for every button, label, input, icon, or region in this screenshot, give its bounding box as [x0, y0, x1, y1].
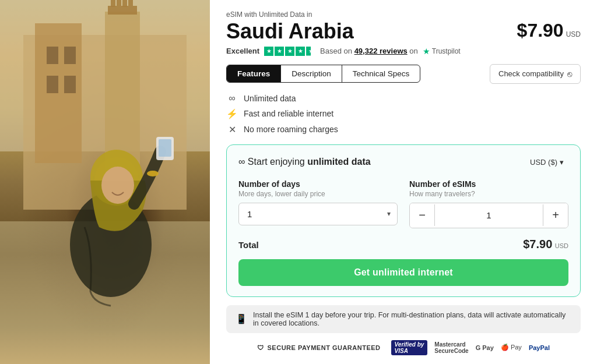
visa-logo: Verified byVISA	[391, 340, 428, 355]
increment-button[interactable]: +	[543, 203, 568, 228]
days-label: Number of days	[238, 179, 398, 189]
stars-container: ★ ★ ★ ★ ★	[264, 47, 315, 56]
total-row: Total $7.90 USD	[238, 238, 568, 251]
purchase-box: ∞ Start enjoying unlimited data USD ($) …	[226, 144, 581, 297]
purchase-title-bold: unlimited data	[307, 157, 370, 167]
svg-rect-8	[122, 0, 127, 7]
svg-rect-6	[111, 0, 115, 7]
trustpilot-name: Trustpilot	[432, 47, 461, 55]
product-title: Saudi Arabia	[226, 20, 354, 43]
feature-item-3: ✕ No more roaming charges	[226, 124, 581, 135]
feature-item-2: ⚡ Fast and reliable internet	[226, 108, 581, 119]
rating-reviews: Based on 49,322 reviews on	[320, 47, 418, 55]
esim-counter: − 1 +	[409, 203, 568, 228]
gpay-logo: G Pay	[476, 344, 494, 351]
tab-features[interactable]: Features	[227, 65, 280, 82]
secure-payment-text: SECURE PAYMENT GUARANTEED	[268, 344, 381, 351]
rating-label: Excellent	[226, 47, 259, 55]
star-4: ★	[296, 47, 305, 56]
product-content: eSIM with Unlimited Data in Saudi Arabia…	[210, 0, 597, 364]
infinity-icon-purchase: ∞	[238, 157, 248, 167]
product-image	[0, 0, 210, 364]
days-sublabel: More days, lower daily price	[238, 190, 398, 198]
svg-rect-7	[117, 0, 121, 6]
shield-icon: 🛡	[257, 344, 264, 351]
star-2: ★	[275, 47, 284, 56]
feature-text-1: Unlimited data	[244, 94, 296, 103]
currency-label: USD ($)	[530, 158, 557, 167]
feature-item-1: ∞ Unlimited data	[226, 93, 581, 104]
price-block: $7.90 USD	[517, 20, 581, 41]
feature-text-3: No more roaming charges	[244, 125, 338, 134]
payment-logos: Verified byVISA MastercardSecureCode G P…	[391, 340, 550, 355]
svg-rect-10	[47, 47, 58, 64]
purchase-fields: Number of days More days, lower daily pr…	[238, 179, 568, 228]
fast-internet-icon: ⚡	[226, 108, 238, 119]
esims-label: Number of eSIMs	[409, 179, 568, 189]
svg-rect-4	[105, 12, 140, 175]
tabs-row: Features Description Technical Specs Che…	[226, 64, 581, 84]
svg-point-21	[147, 171, 159, 176]
price-currency: USD	[566, 30, 581, 38]
currency-selector[interactable]: USD ($) ▾	[525, 156, 568, 169]
trustpilot-star-icon: ★	[423, 47, 430, 56]
unlimited-data-icon: ∞	[226, 93, 238, 104]
days-select[interactable]: 1 2 3 5 7 10 14 30	[238, 203, 398, 225]
svg-rect-12	[47, 76, 58, 93]
get-unlimited-internet-button[interactable]: Get unlimited internet	[238, 259, 568, 286]
mastercard-logo: MastercardSecureCode	[434, 341, 468, 354]
star-3: ★	[285, 47, 294, 56]
svg-rect-9	[128, 0, 133, 6]
info-bar: 📱 Install the eSIM 1 day before your tri…	[226, 305, 581, 333]
purchase-title-prefix: Start enjoying	[248, 157, 305, 167]
applepay-logo: 🍎 Pay	[501, 344, 522, 351]
svg-rect-11	[64, 47, 76, 64]
check-compatibility-button[interactable]: Check compatibility ⎋	[490, 64, 581, 84]
tabs-container: Features Description Technical Specs	[226, 65, 420, 83]
total-price-currency: USD	[555, 242, 568, 249]
days-select-wrapper: 1 2 3 5 7 10 14 30 ▾	[238, 203, 398, 225]
esim-label: eSIM with Unlimited Data in	[226, 10, 581, 19]
header-row: Saudi Arabia $7.90 USD	[226, 20, 581, 43]
star-1: ★	[264, 47, 273, 56]
esims-sublabel: How many travelers?	[409, 190, 568, 198]
esims-field-group: Number of eSIMs How many travelers? − 1 …	[409, 179, 568, 228]
check-compat-label: Check compatibility	[498, 69, 564, 78]
price-value: $7.90	[517, 20, 564, 41]
star-5: ★	[306, 47, 315, 56]
trustpilot-logo: ★ Trustpilot	[423, 47, 461, 56]
currency-chevron-icon: ▾	[560, 158, 564, 167]
purchase-box-title: ∞ Start enjoying unlimited data	[238, 157, 371, 167]
total-label: Total	[238, 240, 259, 250]
payment-footer: 🛡 SECURE PAYMENT GUARANTEED Verified byV…	[226, 340, 581, 355]
days-field-group: Number of days More days, lower daily pr…	[238, 179, 398, 228]
total-price-value: $7.90	[523, 238, 552, 250]
svg-rect-5	[108, 6, 137, 15]
no-roaming-icon: ✕	[226, 124, 238, 135]
decrement-button[interactable]: −	[410, 203, 434, 228]
esim-count-value: 1	[434, 204, 543, 226]
secure-payment-label: 🛡 SECURE PAYMENT GUARANTEED	[257, 344, 381, 351]
check-compat-icon: ⎋	[567, 69, 572, 79]
paypal-logo: PayPal	[529, 344, 550, 351]
tab-technical-specs[interactable]: Technical Specs	[342, 65, 420, 82]
svg-rect-13	[64, 76, 76, 93]
rating-row: Excellent ★ ★ ★ ★ ★ Based on 49,322 revi…	[226, 47, 581, 56]
review-count-link[interactable]: 49,322 reviews	[354, 47, 408, 55]
features-list: ∞ Unlimited data ⚡ Fast and reliable int…	[226, 93, 581, 135]
svg-point-18	[101, 167, 134, 204]
feature-text-2: Fast and reliable internet	[244, 109, 333, 118]
info-text: Install the eSIM 1 day before your trip.…	[253, 311, 571, 327]
info-icon: 📱	[236, 313, 247, 324]
tab-description[interactable]: Description	[280, 65, 342, 82]
purchase-box-header: ∞ Start enjoying unlimited data USD ($) …	[238, 156, 568, 169]
total-price-block: $7.90 USD	[523, 238, 568, 251]
svg-rect-20	[159, 139, 171, 157]
